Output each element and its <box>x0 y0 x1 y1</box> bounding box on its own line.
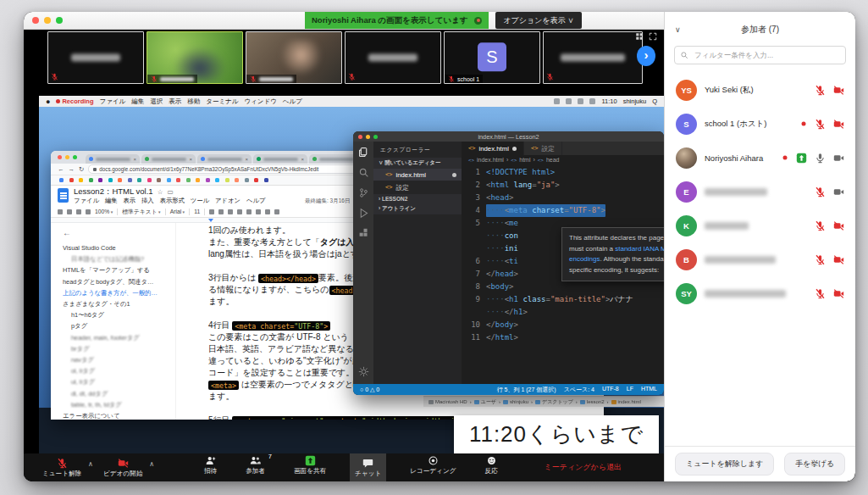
close-outline-arrow-icon[interactable]: ← <box>63 228 172 237</box>
unmute-button[interactable]: ミュートを解除します <box>675 453 774 476</box>
folder-section[interactable]: › LESSON2 <box>373 194 462 203</box>
vscode-titlebar[interactable]: index.html — Lesson2 <box>353 131 664 142</box>
docs-menu-item[interactable]: ヘルプ <box>246 197 265 205</box>
mic-off-icon[interactable] <box>815 85 826 96</box>
toolbar-people-button[interactable]: 7参加者 <box>240 453 270 481</box>
toolbar-chat-button[interactable]: チャット <box>350 453 386 481</box>
open-editor-item[interactable]: <>index.html <box>373 169 462 181</box>
menubar-status-icon[interactable] <box>589 98 595 104</box>
search-activity-icon[interactable] <box>358 167 369 178</box>
bookmark-favicon[interactable] <box>137 178 141 182</box>
cam-off-icon[interactable] <box>833 220 844 231</box>
mic-off-icon[interactable] <box>815 288 826 299</box>
video-tile[interactable]: Sschool 1 <box>444 31 540 84</box>
open-editor-item[interactable]: <>設定 <box>373 181 462 194</box>
vscode-zoom-button[interactable] <box>373 135 378 139</box>
toolbar-mic-off-button[interactable]: ミュート解除 <box>37 456 86 480</box>
docs-menu-item[interactable]: 表示 <box>123 197 135 205</box>
video-tile[interactable] <box>47 31 144 84</box>
collapse-panel-chevron-icon[interactable]: ∨ <box>675 25 681 34</box>
toolbar-icon[interactable] <box>237 209 242 214</box>
vscode-minimize-button[interactable] <box>366 135 370 139</box>
menubar-status-icon[interactable] <box>554 98 560 104</box>
git-activity-icon[interactable] <box>358 187 369 198</box>
ext-activity-icon[interactable] <box>358 228 369 239</box>
browser-tab[interactable]: × <box>197 154 252 164</box>
mic-off-icon[interactable] <box>815 119 826 130</box>
outline-item[interactable]: header, main, footerタグ <box>63 332 172 343</box>
share-badge-icon[interactable] <box>796 153 807 164</box>
browser-window-button[interactable] <box>73 155 77 159</box>
leave-meeting-button[interactable]: ミーティングから退出 <box>545 462 622 473</box>
status-item[interactable]: UTF-8 <box>602 386 619 394</box>
vscode-breadcrumb[interactable]: <>index.html›<>html›<>head <box>462 155 664 164</box>
close-window-button[interactable] <box>32 17 39 24</box>
participant-row[interactable]: Sschool 1 (ホスト) <box>665 107 855 141</box>
menubar-status-item[interactable]: Q <box>652 97 657 105</box>
bookmark-favicon[interactable] <box>79 178 83 182</box>
bookmark-favicon[interactable] <box>235 178 239 182</box>
reload-icon[interactable]: ↻ <box>79 165 84 173</box>
participant-row[interactable]: E <box>665 175 855 209</box>
menubar-item[interactable]: ウィンドウ <box>244 97 276 106</box>
outline-item[interactable]: pタグ <box>63 320 172 331</box>
outline-item[interactable]: h1〜h6タグ <box>63 309 172 320</box>
participant-row[interactable]: SY <box>665 276 855 310</box>
star-icon[interactable]: ☆ <box>158 188 163 196</box>
menubar-item[interactable]: 表示 <box>169 97 181 106</box>
participant-row[interactable]: B <box>665 242 855 276</box>
bookmark-favicon[interactable] <box>186 178 191 182</box>
menubar-item[interactable]: 移動 <box>187 97 200 106</box>
participant-row[interactable]: YSYuki Seki (私) <box>665 73 855 107</box>
bookmark-favicon[interactable] <box>264 178 268 182</box>
path-crumb[interactable]: デスクトップ <box>535 398 573 406</box>
dot-icon[interactable] <box>782 154 788 161</box>
outline-item[interactable]: brタグ <box>63 343 172 354</box>
bookmark-favicon[interactable] <box>89 178 93 182</box>
toolbar-icon[interactable] <box>67 209 72 214</box>
toolbar-icon[interactable] <box>76 209 81 214</box>
zoom-window-button[interactable] <box>56 17 63 24</box>
code-line[interactable]: 3<head> <box>462 192 664 204</box>
filmstrip-scroll-button[interactable]: › <box>637 46 655 66</box>
caret-up-icon[interactable]: ∧ <box>149 460 154 468</box>
outline-item[interactable]: headタグとbodyタグ、関連タ… <box>63 276 172 287</box>
cam-off-icon[interactable] <box>833 254 844 265</box>
caret-up-icon[interactable]: ∧ <box>88 460 93 468</box>
browser-tab[interactable]: × <box>86 154 140 164</box>
video-tile[interactable] <box>345 31 441 84</box>
bookmark-favicon[interactable] <box>254 178 258 182</box>
tab-close-icon[interactable]: × <box>245 157 248 162</box>
font-size-select[interactable]: 11 <box>194 209 200 214</box>
menubar-status-item[interactable]: shinjuku <box>623 97 647 105</box>
bookmark-favicon[interactable] <box>176 178 180 182</box>
video-tile[interactable] <box>246 31 342 84</box>
code-line[interactable]: ····</h1> <box>462 306 664 319</box>
bookmark-favicon[interactable] <box>196 178 200 182</box>
forward-icon[interactable]: → <box>69 165 75 173</box>
breadcrumb-item[interactable]: html <box>519 157 530 163</box>
video-tile[interactable] <box>147 31 243 84</box>
outline-item[interactable]: Visual Studio Code <box>63 242 172 253</box>
status-item[interactable]: HTML <box>641 386 657 394</box>
toolbar-reaction-button[interactable]: 反応 <box>479 453 502 481</box>
menubar-status-item[interactable]: 11:10 <box>601 97 616 105</box>
cam-icon[interactable] <box>833 186 844 197</box>
toolbar-icon[interactable] <box>274 209 279 214</box>
docs-menu-item[interactable]: ツール <box>191 197 209 205</box>
gallery-view-icon[interactable] <box>635 32 644 41</box>
docs-menu-item[interactable]: 挿入 <box>141 197 154 205</box>
toolbar-cam-off-button[interactable]: ビデオの開始 <box>98 456 147 480</box>
bookmark-favicon[interactable] <box>167 178 171 182</box>
bookmark-favicon[interactable] <box>225 178 229 182</box>
outline-item[interactable]: ol, liタグ <box>63 365 172 376</box>
menubar-status-icon[interactable] <box>578 98 583 104</box>
mic-off-icon[interactable] <box>815 220 826 231</box>
show-options-button[interactable]: オプションを表示 ∨ <box>495 12 581 29</box>
outline-item[interactable]: table, tr, th, tdタグ <box>63 399 172 410</box>
outline-item[interactable]: HTMLを「マークアップ」する <box>63 264 172 275</box>
mic-icon[interactable] <box>815 153 826 164</box>
minimize-window-button[interactable] <box>44 17 51 24</box>
outline-item[interactable]: 上記のような書き方が、一般的… <box>63 287 172 298</box>
toolbar-icon[interactable] <box>218 209 224 214</box>
